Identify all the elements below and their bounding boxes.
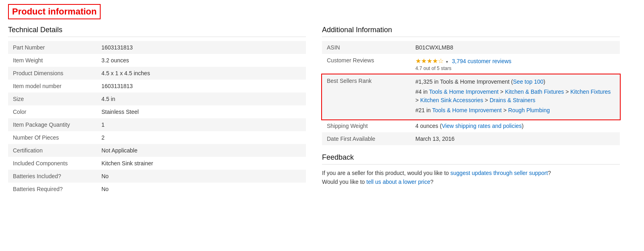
row-value: 1603131813 [97, 41, 306, 54]
sink-accessories-link[interactable]: Kitchen Sink Accessories [420, 97, 483, 103]
row-label: Shipping Weight [322, 119, 411, 132]
star-rating: ★★★★☆ [415, 58, 444, 64]
feedback-heading: Feedback [322, 153, 620, 165]
table-row: Item Weight 3.2 ounces [8, 54, 306, 67]
row-label: Batteries Required? [8, 183, 97, 195]
rank1: #1,325 in Tools & Home Improvement (See … [415, 78, 615, 86]
feedback-line1-prefix: If you are a seller for this product, wo… [322, 170, 450, 176]
table-row: Best Sellers Rank #1,325 in Tools & Home… [322, 74, 620, 119]
table-row: Size 4.5 in [8, 93, 306, 105]
additional-info-heading: Additional Information [322, 26, 620, 37]
row-label: Certification [8, 144, 97, 157]
additional-info-section: Additional Information ASINB01CWXLMB8Cus… [322, 26, 620, 195]
table-row: Date First AvailableMarch 13, 2016 [322, 132, 620, 145]
table-row: ASINB01CWXLMB8 [322, 41, 620, 54]
additional-info-table: ASINB01CWXLMB8Customer Reviews ★★★★☆ ▾ 3… [322, 41, 620, 145]
table-row: Number Of Pieces 2 [8, 131, 306, 144]
tools-home2-link[interactable]: Tools & Home Improvement [432, 107, 502, 113]
feedback-line2-suffix: ? [430, 179, 433, 185]
shipping-rates-link[interactable]: View shipping rates and policies [442, 123, 522, 129]
reviews-cell: ★★★★☆ ▾ 3,794 customer reviews 4.7 out o… [411, 54, 620, 74]
row-value: No [97, 183, 306, 195]
row-value: March 13, 2016 [411, 132, 620, 145]
rank2: #4 in Tools & Home Improvement > Kitchen… [415, 88, 615, 105]
row-label: Part Number [8, 41, 97, 54]
row-value: 4.5 in [97, 93, 306, 105]
feedback-text: If you are a seller for this product, wo… [322, 169, 620, 187]
feedback-line1-suffix: ? [548, 170, 551, 176]
row-label: Date First Available [322, 132, 411, 145]
see-top-100-link[interactable]: See top 100 [513, 78, 544, 85]
row-value: Stainless Steel [97, 105, 306, 118]
table-row: Batteries Included? No [8, 170, 306, 183]
review-count-link[interactable]: 3,794 customer reviews [452, 58, 512, 64]
row-value: Not Applicable [97, 144, 306, 157]
table-row: Item Package Quantity 1 [8, 118, 306, 131]
table-row: Included Components Kitchen Sink straine… [8, 157, 306, 170]
kitchen-bath-link[interactable]: Kitchen & Bath Fixtures [505, 88, 564, 95]
tools-home-link[interactable]: Tools & Home Improvement [429, 88, 499, 95]
table-row: Color Stainless Steel [8, 105, 306, 118]
rough-plumbing-link[interactable]: Rough Plumbing [508, 107, 550, 113]
best-sellers-cell: #1,325 in Tools & Home Improvement (See … [411, 74, 620, 119]
rank3: #21 in Tools & Home Improvement > Rough … [415, 106, 615, 115]
table-row: Certification Not Applicable [8, 144, 306, 157]
row-label: Item Package Quantity [8, 118, 97, 131]
row-label: Customer Reviews [322, 54, 411, 74]
table-row: Batteries Required? No [8, 183, 306, 195]
product-info-title: Product information [8, 4, 101, 19]
table-row: Part Number 1603131813 [8, 41, 306, 54]
suggest-updates-link[interactable]: suggest updates through seller support [450, 170, 548, 176]
row-label: Included Components [8, 157, 97, 170]
row-label: Best Sellers Rank [322, 74, 411, 119]
feedback-line2-prefix: Would you like to [322, 179, 366, 185]
row-label: Batteries Included? [8, 170, 97, 183]
lower-price-link[interactable]: tell us about a lower price [366, 179, 430, 185]
row-value: 2 [97, 131, 306, 144]
table-row: Shipping Weight 4 ounces (View shipping … [322, 119, 620, 132]
row-label: Size [8, 93, 97, 105]
chevron-down-icon[interactable]: ▾ [446, 60, 448, 64]
table-row: Customer Reviews ★★★★☆ ▾ 3,794 customer … [322, 54, 620, 74]
table-row: Product Dimensions 4.5 x 1 x 4.5 inches [8, 67, 306, 80]
row-label: Product Dimensions [8, 67, 97, 80]
rating-text: 4.7 out of 5 stars [415, 66, 615, 71]
row-value: 4.5 x 1 x 4.5 inches [97, 67, 306, 80]
row-value: B01CWXLMB8 [411, 41, 620, 54]
row-label: Item model number [8, 80, 97, 93]
technical-details-table: Part Number 1603131813 Item Weight 3.2 o… [8, 41, 306, 195]
table-row: Item model number 1603131813 [8, 80, 306, 93]
technical-details-heading: Technical Details [8, 26, 306, 37]
row-value: Kitchen Sink strainer [97, 157, 306, 170]
kitchen-fixtures-link[interactable]: Kitchen Fixtures [570, 88, 611, 95]
drains-strainers-link[interactable]: Drains & Strainers [489, 97, 535, 103]
row-label: Color [8, 105, 97, 118]
row-label: Item Weight [8, 54, 97, 67]
technical-details-section: Technical Details Part Number 1603131813… [8, 26, 306, 195]
feedback-section: Feedback If you are a seller for this pr… [322, 153, 620, 187]
row-value: 1 [97, 118, 306, 131]
row-value: 1603131813 [97, 80, 306, 93]
row-label: Number Of Pieces [8, 131, 97, 144]
row-value: No [97, 170, 306, 183]
row-value: 3.2 ounces [97, 54, 306, 67]
row-label: ASIN [322, 41, 411, 54]
shipping-cell: 4 ounces (View shipping rates and polici… [411, 119, 620, 132]
